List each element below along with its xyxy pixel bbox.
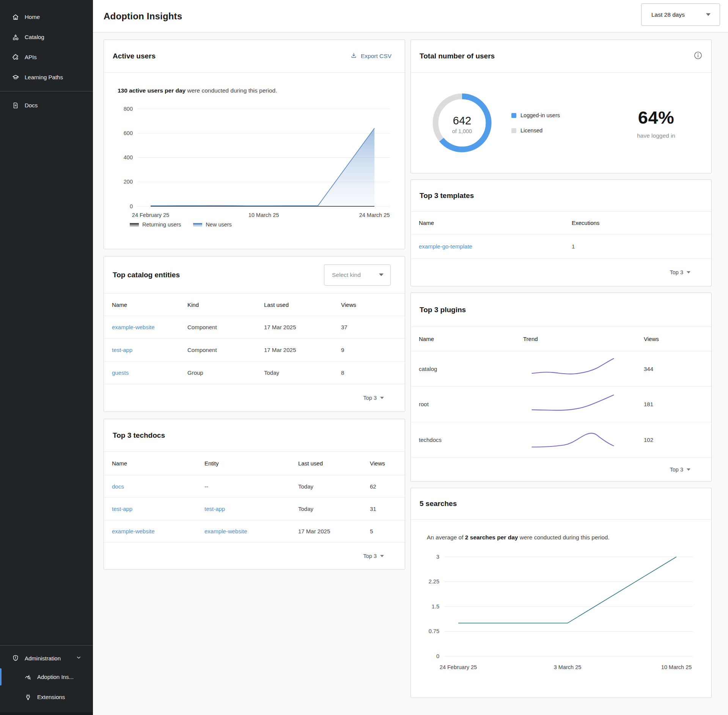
column-header: Name — [112, 460, 204, 467]
table-row: docs -- Today 62 — [104, 475, 405, 498]
entity-link[interactable]: example-website — [112, 324, 187, 330]
active-indicator — [0, 668, 2, 685]
top-catalog-entities-card: Top catalog entities Select kind Name Ki… — [104, 256, 405, 412]
sidebar-item-docs[interactable]: Docs — [0, 95, 93, 115]
logged-in-percent: 64% — [637, 107, 675, 128]
searches-chart: 3 2.25 1.5 0.75 0 24 February 25 3 March… — [411, 549, 697, 674]
entity-link[interactable]: test-app — [112, 347, 187, 353]
sidebar-divider — [0, 91, 93, 91]
active-users-chart: 800 600 400 200 0 24 February 25 10 Marc… — [104, 99, 391, 220]
date-range-value: Last 28 days — [651, 11, 685, 18]
table-header-row: Name Trend Views — [411, 327, 711, 351]
shield-exclamation-icon — [12, 654, 19, 662]
sidebar-item-learning-paths[interactable]: Learning Paths — [0, 67, 93, 87]
entity-link[interactable]: guests — [112, 369, 187, 376]
trend-sparkline — [523, 357, 644, 380]
svg-text:1.5: 1.5 — [432, 603, 439, 610]
svg-text:0: 0 — [436, 653, 439, 659]
column-header: Entity — [204, 460, 298, 467]
active-users-summary: 130 active users per day were conducted … — [104, 73, 405, 94]
entity-link[interactable]: test-app — [204, 506, 298, 512]
table-header-row: Name Entity Last used Views — [104, 452, 405, 475]
catalog-icon — [12, 33, 19, 41]
techdoc-link[interactable]: example-website — [112, 528, 204, 534]
top-n-selector[interactable]: Top 3 — [104, 384, 405, 412]
apis-icon — [12, 53, 19, 61]
legend-item-returning-users: Returning users — [130, 222, 181, 228]
searches-summary: An average of 2 searches per day were co… — [411, 520, 711, 541]
sidebar-item-label: Administration — [25, 655, 61, 662]
sidebar-item-label: APIs — [25, 54, 37, 60]
active-users-legend: Returning users New users — [130, 222, 405, 228]
sidebar-item-label: Learning Paths — [25, 74, 63, 80]
legend-swatch — [511, 113, 516, 118]
active-users-card-header: Active users Export CSV — [104, 40, 405, 72]
sidebar-item-label: Adoption Ins... — [37, 674, 74, 680]
column-header: Name — [112, 302, 187, 308]
sidebar-item-label: Docs — [25, 102, 38, 108]
svg-text:200: 200 — [124, 179, 133, 185]
date-range-select[interactable]: Last 28 days — [641, 3, 720, 26]
legend-item-new-users: New users — [193, 222, 232, 228]
column-header: Name — [419, 220, 572, 226]
export-csv-button[interactable]: Export CSV — [350, 52, 396, 61]
sidebar-item-catalog[interactable]: Catalog — [0, 27, 93, 47]
chevron-down-icon — [687, 468, 690, 471]
chevron-down-icon — [379, 273, 384, 276]
page-header: Adoption Insights Last 28 days — [93, 0, 728, 33]
entity-link[interactable]: example-website — [204, 528, 298, 534]
logged-in-percent-block: 64% have logged in — [637, 107, 675, 139]
sidebar-item-apis[interactable]: APIs — [0, 47, 93, 67]
sidebar-item-label: Home — [25, 14, 40, 20]
app: Home Catalog APIs Learning Paths Docs — [0, 0, 728, 715]
svg-text:24 March 25: 24 March 25 — [359, 212, 390, 218]
main-area: Adoption Insights Last 28 days Active us… — [93, 0, 728, 715]
top-n-selector[interactable]: Top 3 — [411, 259, 711, 286]
total-users-header: Total number of users — [411, 40, 711, 72]
sidebar-item-extensions[interactable]: Extensions — [0, 687, 93, 707]
donut-legend: Logged-in users Licensed — [511, 112, 560, 134]
kind-filter-placeholder: Select kind — [332, 272, 361, 278]
svg-text:0.75: 0.75 — [429, 628, 439, 634]
table-header-row: Name Kind Last used Views — [104, 294, 405, 316]
table-row: example-website Component 17 Mar 2025 37 — [104, 316, 405, 339]
column-header: Views — [644, 336, 711, 342]
sidebar-item-label: Catalog — [25, 34, 44, 40]
column-header: Views — [370, 460, 405, 467]
techdoc-link[interactable]: docs — [112, 483, 204, 490]
catalog-entities-header: Top catalog entities Select kind — [104, 256, 405, 293]
sidebar-item-home[interactable]: Home — [0, 7, 93, 27]
plugins-header: Top 3 plugins — [411, 293, 711, 327]
svg-text:600: 600 — [124, 130, 133, 136]
adoption-insights-icon — [24, 673, 32, 681]
total-users-body: 642 of 1,000 Logged-in users Lic — [411, 73, 711, 173]
chevron-down-icon — [706, 13, 711, 16]
chevron-down-icon — [687, 271, 690, 273]
table-row: example-website example-website 17 Mar 2… — [104, 520, 405, 542]
sidebar-divider — [0, 645, 93, 646]
template-link[interactable]: example-go-template — [419, 243, 572, 250]
kind-filter-select[interactable]: Select kind — [324, 264, 391, 286]
svg-text:of 1,000: of 1,000 — [452, 128, 472, 134]
techdocs-header: Top 3 techdocs — [104, 419, 405, 451]
chevron-down-icon — [380, 555, 384, 557]
home-icon — [12, 13, 19, 21]
sidebar-item-administration[interactable]: Administration — [0, 649, 93, 667]
table-row: catalog 344 — [411, 351, 711, 387]
returning-users-swatch — [130, 223, 139, 226]
info-icon[interactable] — [693, 51, 703, 61]
column-header: Last used — [298, 460, 370, 467]
column-header: Trend — [523, 336, 644, 342]
searches-header: 5 searches — [411, 488, 711, 519]
svg-text:24 February 25: 24 February 25 — [440, 664, 477, 670]
svg-text:642: 642 — [453, 115, 471, 127]
top-n-selector[interactable]: Top 3 — [411, 458, 711, 481]
trend-sparkline — [523, 428, 644, 452]
top-n-selector[interactable]: Top 3 — [104, 542, 405, 569]
techdoc-link[interactable]: test-app — [112, 506, 204, 512]
svg-text:24 February 25: 24 February 25 — [132, 212, 169, 218]
sidebar-item-adoption-insights[interactable]: Adoption Ins... — [0, 667, 93, 687]
chevron-down-icon — [76, 655, 82, 662]
total-users-card: Total number of users 642 of 1,0 — [410, 39, 712, 173]
new-users-swatch — [193, 223, 202, 226]
